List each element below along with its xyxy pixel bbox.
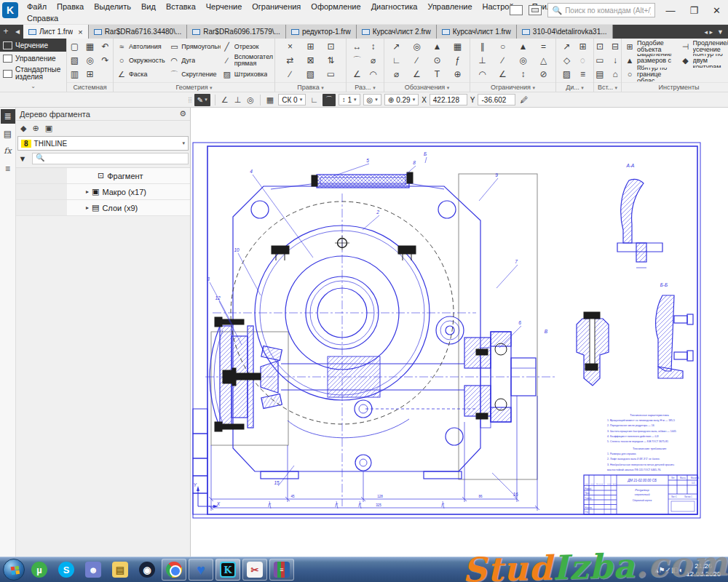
mode-upravlenie[interactable]: Управление [0,52,66,65]
tool-dim-select[interactable]: ▲Выделение размеров с ру... [623,54,679,68]
tool-icon[interactable]: T [430,68,445,81]
document-tab[interactable]: Курсач\лист 1.frw [437,25,517,39]
tree-search-input[interactable]: 🔍 [32,153,189,164]
tool-icon[interactable]: ∠ [496,68,510,81]
tool-icon[interactable]: ○ [496,40,510,53]
zoom-value-select[interactable]: ⊕0.29▾ [384,94,419,105]
tool-autoline[interactable]: ≈Автолиния [115,40,167,54]
tray-icon[interactable]: ◧ [671,566,678,574]
tool-icon[interactable]: ⊞ [83,68,98,81]
menu-item[interactable]: Правка [52,1,89,12]
explorer-icon[interactable]: ▤ [108,559,132,581]
mode-cherchenie[interactable]: Черчение [0,39,66,52]
tool-icon[interactable]: ⊕ [451,68,465,81]
tool-icon[interactable]: ▨ [560,68,574,81]
tool-icon[interactable]: ∠ [410,68,424,81]
document-tab[interactable]: Курсач\лист 2.frw [357,25,437,39]
taskbar-clock[interactable]: 21:26 12.03.2020 [686,562,725,578]
minimize-button[interactable]: — [661,5,679,16]
snap-perp-icon[interactable]: ⊥ [233,95,243,105]
tool-icon[interactable]: ⇅ [324,54,339,67]
tool-icon[interactable]: ⊘ [537,68,551,81]
tool-icon[interactable]: ▧ [68,54,82,67]
tree-item[interactable]: ⊡Фрагмент [16,168,190,184]
y-coordinate-field[interactable]: -36.602 [478,94,515,105]
close-button[interactable]: ✕ [708,5,725,16]
mode-std-izdeliya[interactable]: Стандартные изделия [0,65,66,83]
tool-icon[interactable]: ▥ [68,68,82,81]
style-button[interactable]: ✎▾ [194,94,210,106]
modes-expand-icon[interactable]: ⌄ [0,83,66,92]
document-tab[interactable]: редуктор-1.frw [286,25,357,39]
discord-icon[interactable]: ☻ [81,559,106,581]
tool-icon[interactable]: ▲ [516,40,531,53]
group-label-geometry[interactable]: Геометрия ▾ [114,82,274,92]
skype-icon[interactable]: S [54,559,79,581]
restore-button[interactable]: ❐ [685,5,703,16]
expand-icon[interactable]: ▸ [86,204,89,211]
tool-icon[interactable]: ▦ [451,40,465,53]
start-button[interactable] [3,559,25,581]
tool-icon[interactable]: ↔ [350,40,365,53]
filter-icon[interactable]: ▼ [17,154,28,163]
tool-icon[interactable]: ◠ [366,68,381,81]
tool-icon[interactable]: ⊡ [324,40,339,53]
tray-icon[interactable]: ◖ [678,566,682,574]
tree-item[interactable]: ▸▣Макро (x17) [16,184,190,200]
tool-icon[interactable]: ⌂ [608,68,621,81]
tool-icon[interactable]: ⇄ [283,54,298,67]
tool-icon[interactable]: ∠ [350,68,365,81]
eyedropper-icon[interactable]: 🖉 [518,95,529,104]
tray-icon[interactable]: ⚑ [659,566,665,574]
tool-icon[interactable]: ƒ [451,54,465,67]
tool-icon[interactable]: ▲ [430,40,445,53]
document-tab[interactable]: 310-04\detalirovka31... [517,25,613,39]
tool-icon[interactable]: ▦ [83,40,98,53]
kompas-taskbar-icon[interactable]: K [215,559,240,581]
tool-rectangle[interactable]: ▭Прямоугольник [167,40,220,54]
tool-icon[interactable]: ⌒ [350,54,365,67]
drawing-canvas[interactable]: 4581031297621516БГГГГА-АБ-БВYX Техническ… [191,108,728,557]
tool-icon[interactable]: ⊡ [594,40,607,53]
zoom-mode-select[interactable]: ◎▾ [363,94,381,105]
tree-item[interactable]: ▸▤Слои (x9) [16,200,190,216]
x-coordinate-field[interactable]: 422.128 [430,94,467,105]
tool-icon[interactable]: ◎ [410,40,424,53]
tool-two-contour[interactable]: ◆Контур по двум контурам [679,54,728,68]
gear-icon[interactable]: ⚙ [179,109,186,119]
tool-icon[interactable]: ↓ [608,54,621,67]
tab-list-dropdown-icon[interactable]: ▼ [717,28,724,36]
group-label-edit[interactable]: Правка ▾ [275,82,346,92]
steam-icon[interactable]: ◉ [135,559,159,581]
window-layout-icon[interactable] [510,5,523,15]
chrome-icon[interactable] [162,559,186,581]
tab-close-icon[interactable]: × [76,28,82,36]
tool-icon[interactable]: × [283,40,298,53]
coordinate-system-select[interactable]: СК 0▾ [278,94,306,105]
menu-spravka[interactable]: Справка [22,13,63,23]
tool-icon[interactable]: ▤ [594,68,607,81]
tool-arc[interactable]: ◠Дуга [167,54,220,68]
tool-hatch[interactable]: ▨Штриховка [221,68,273,81]
tool-segment[interactable]: ╱Отрезок [221,40,273,54]
tool-icon[interactable]: ⊥ [475,54,490,67]
parameters-panel-icon[interactable]: ▤ [1,127,15,141]
menu-item[interactable]: Управление [422,1,477,12]
document-tab[interactable]: Rar$DRa6096.17579\... [187,25,286,39]
snap-center-icon[interactable]: ◎ [245,95,256,105]
window-preview-icon[interactable] [529,5,542,15]
tool-icon[interactable]: ↗ [389,40,404,53]
menu-item[interactable]: Выделить [89,1,136,12]
tool-icon[interactable]: △ [537,54,551,67]
tab-prev-button[interactable]: ◂ [12,25,23,39]
menu-item[interactable]: Вставка [161,1,201,12]
tool-icon[interactable]: ◌ [576,54,590,67]
rounding-toggle[interactable]: ⌒ [323,94,336,106]
tool-icon[interactable]: ⊞ [576,40,590,53]
tool-icon[interactable]: ↶ [98,40,113,53]
utorrent-icon[interactable]: µ [27,559,52,581]
tool-icon[interactable]: ◠ [475,68,490,81]
tool-icon[interactable]: ∕ [410,54,424,67]
new-tab-button[interactable]: + [0,25,12,39]
tool-icon[interactable]: ≡ [576,68,590,81]
